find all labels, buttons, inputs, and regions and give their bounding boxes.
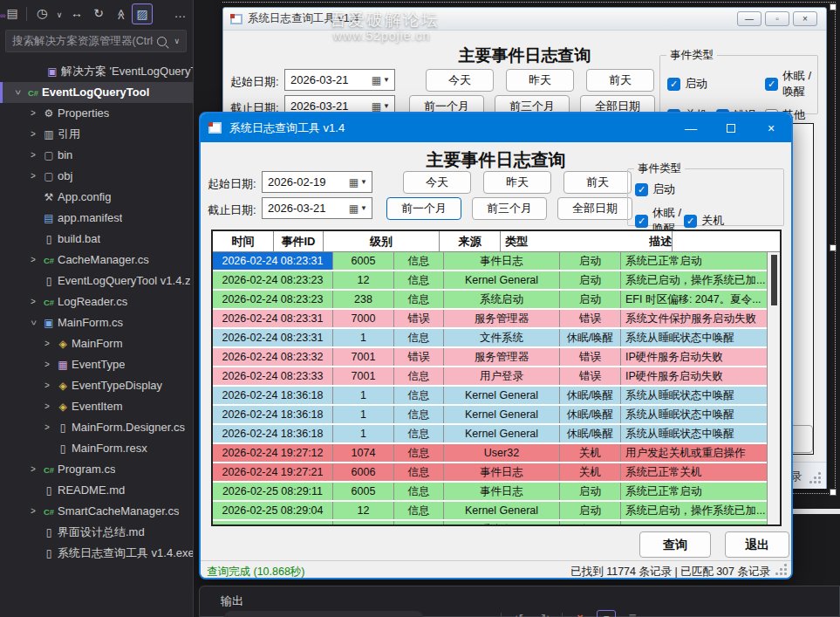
chevron-icon[interactable] bbox=[40, 333, 54, 354]
cell-source[interactable]: 事件日志 bbox=[444, 252, 560, 270]
table-row[interactable]: 2026-02-24 08:23:33 7001 信息 用户登录 错误 IP硬件… bbox=[213, 367, 780, 387]
cell-level[interactable]: 信息 bbox=[394, 483, 444, 500]
quick-date-button[interactable]: 昨天 bbox=[483, 171, 551, 194]
cell-source[interactable]: Kernel General bbox=[444, 406, 560, 423]
tree-item[interactable]: 引用 bbox=[0, 124, 193, 145]
cell-level[interactable]: 信息 bbox=[394, 387, 444, 404]
separator[interactable] bbox=[501, 610, 502, 617]
resize-handle[interactable] bbox=[830, 489, 837, 496]
cell-source[interactable]: 事件日志 bbox=[444, 463, 560, 481]
resize-grip[interactable] bbox=[776, 565, 787, 575]
cell-type[interactable]: 关机 bbox=[560, 444, 621, 462]
cell-description[interactable]: 系统从睡眠状态中唤醒 bbox=[621, 406, 769, 423]
chevron-icon[interactable] bbox=[26, 459, 40, 480]
cell-description[interactable]: IP硬件服务启动失败 bbox=[621, 348, 769, 366]
cell-type[interactable]: 启动 bbox=[560, 521, 621, 526]
table-header-cell[interactable]: 来源 bbox=[440, 231, 501, 251]
tree-item[interactable]: Program.cs bbox=[0, 459, 193, 480]
cell-time[interactable]: 2026-02-25 08:29:04 bbox=[213, 502, 333, 519]
table-row[interactable]: 2026-02-24 18:36:18 1 信息 Kernel General … bbox=[213, 425, 780, 444]
cell-description[interactable]: 系统已启动，操作系统已加... bbox=[621, 502, 769, 519]
tree-item[interactable]: bin bbox=[0, 145, 193, 166]
table-row[interactable]: 2026-02-24 08:23:31 1 信息 文件系统 休眠/唤醒 系统从睡… bbox=[213, 329, 780, 348]
table-scrollbar[interactable] bbox=[767, 252, 780, 524]
quick-date-button[interactable]: 今天 bbox=[426, 69, 494, 92]
cell-level[interactable]: 信息 bbox=[394, 425, 444, 442]
designer-window-titlebar[interactable]: 系统日志查询工具 v1.4 — ▫ × bbox=[223, 8, 826, 31]
chevron-icon[interactable] bbox=[26, 145, 40, 166]
cell-event-id[interactable]: 6006 bbox=[333, 463, 394, 481]
table-row[interactable]: 2026-02-24 08:23:31 7000 错误 服务管理器 错误 系统文… bbox=[213, 310, 780, 329]
tree-item[interactable]: Properties bbox=[0, 103, 193, 124]
cell-source[interactable]: 系统启动 bbox=[444, 291, 560, 308]
cell-type[interactable]: 错误 bbox=[560, 348, 621, 366]
cell-level[interactable]: 信息 bbox=[394, 406, 444, 423]
cell-source[interactable]: 系统启动 bbox=[444, 521, 560, 526]
tree-item[interactable]: README.md bbox=[0, 480, 193, 501]
cell-description[interactable]: 系统已正常启动 bbox=[621, 252, 769, 270]
cell-source[interactable]: 文件系统 bbox=[444, 329, 560, 346]
cell-event-id[interactable]: 1074 bbox=[333, 444, 394, 462]
nav-forward-icon[interactable] bbox=[536, 610, 555, 617]
cell-type[interactable]: 休眠/唤醒 bbox=[560, 387, 621, 404]
separator[interactable] bbox=[24, 3, 31, 24]
tree-item[interactable]: EventLogQueryTool v1.4.z bbox=[0, 271, 193, 291]
cell-type[interactable]: 启动 bbox=[560, 483, 621, 500]
tree-item[interactable]: MainForm bbox=[0, 333, 193, 354]
cell-type[interactable]: 休眠/唤醒 bbox=[560, 406, 621, 423]
chevron-icon[interactable] bbox=[40, 375, 54, 396]
cell-event-id[interactable]: 6005 bbox=[333, 483, 394, 500]
resize-handle[interactable] bbox=[830, 3, 837, 10]
cell-type[interactable]: 启动 bbox=[560, 252, 621, 270]
chevron-down-icon[interactable]: ▼ bbox=[359, 204, 372, 212]
cell-time[interactable]: 2026-02-24 08:23:33 bbox=[213, 367, 333, 385]
cell-time[interactable]: 2026-02-24 08:23:23 bbox=[213, 291, 333, 308]
quick-date-button[interactable]: 今天 bbox=[403, 171, 471, 194]
designer-hscrollbar[interactable] bbox=[785, 509, 840, 514]
cell-time[interactable]: 2026-02-24 08:23:31 bbox=[213, 329, 333, 346]
chevron-down-icon[interactable]: ∨ bbox=[174, 37, 180, 45]
table-row[interactable]: 2026-02-24 08:23:31 6005 信息 事件日志 启动 系统已正… bbox=[213, 252, 780, 271]
checkbox-icon[interactable]: ✓ bbox=[667, 78, 680, 91]
cell-time[interactable]: 2026-02-24 08:23:31 bbox=[213, 252, 333, 270]
table-row[interactable]: 2026-02-24 19:27:21 6006 信息 事件日志 关机 系统已正… bbox=[213, 463, 780, 483]
cell-source[interactable]: 事件日志 bbox=[444, 483, 560, 500]
chevron-icon[interactable] bbox=[26, 291, 40, 312]
chevron-icon[interactable] bbox=[26, 124, 40, 145]
menu-icon[interactable] bbox=[623, 610, 642, 617]
tree-item[interactable]: App.config bbox=[0, 187, 193, 208]
start-date-input[interactable]: 2026-02-19 ▦ ▼ bbox=[262, 171, 372, 193]
cell-source[interactable]: Kernel General bbox=[444, 271, 560, 289]
checkbox-icon[interactable]: ✓ bbox=[765, 78, 778, 91]
cell-event-id[interactable]: 1 bbox=[333, 406, 394, 423]
cell-description[interactable]: IP硬件服务启动失败 bbox=[621, 367, 769, 385]
cell-event-id[interactable]: 238 bbox=[333, 291, 394, 308]
scrollbar-thumb[interactable] bbox=[771, 255, 777, 305]
nav-back-icon[interactable] bbox=[509, 610, 529, 617]
event-type-checkbox[interactable]: ✓ 启动 bbox=[667, 68, 765, 99]
sync-icon[interactable] bbox=[66, 3, 87, 24]
cell-description[interactable]: 系统从睡眠状态中唤醒 bbox=[621, 387, 769, 404]
tree-item[interactable]: MainForm.cs bbox=[0, 312, 193, 333]
cell-event-id[interactable]: 12 bbox=[333, 271, 394, 289]
table-row[interactable]: 2026-02-24 19:27:12 1074 信息 User32 关机 用户… bbox=[213, 444, 780, 463]
cell-event-id[interactable]: 7000 bbox=[333, 310, 394, 327]
cell-time[interactable]: 2026-02-24 08:23:23 bbox=[213, 271, 333, 289]
cell-event-id[interactable]: 1 bbox=[333, 329, 394, 346]
cell-event-id[interactable]: 12 bbox=[333, 502, 394, 519]
checkbox-icon[interactable]: ✓ bbox=[635, 183, 648, 196]
cell-description[interactable]: 用户发起关机或重启操作 bbox=[621, 444, 769, 462]
chevron-icon[interactable] bbox=[40, 354, 54, 375]
resize-grip[interactable] bbox=[810, 473, 821, 483]
cell-type[interactable]: 启动 bbox=[560, 291, 621, 308]
cell-description[interactable]: EFI 时区偏移: 2047。夏令... bbox=[621, 291, 769, 308]
cell-time[interactable]: 2026-02-24 08:23:32 bbox=[213, 348, 333, 366]
search-input[interactable] bbox=[6, 35, 157, 47]
cell-event-id[interactable]: 1 bbox=[333, 425, 394, 442]
table-row[interactable]: 2026-02-24 18:36:18 1 信息 Kernel General … bbox=[213, 406, 780, 425]
cell-source[interactable]: 服务管理器 bbox=[444, 348, 560, 366]
table-row[interactable]: 2026-02-24 18:36:18 1 信息 Kernel General … bbox=[213, 387, 780, 406]
table-row[interactable]: 2026-02-24 08:23:23 12 信息 Kernel General… bbox=[213, 271, 780, 291]
cell-type[interactable]: 启动 bbox=[560, 271, 621, 289]
chevron-icon[interactable] bbox=[26, 312, 40, 333]
